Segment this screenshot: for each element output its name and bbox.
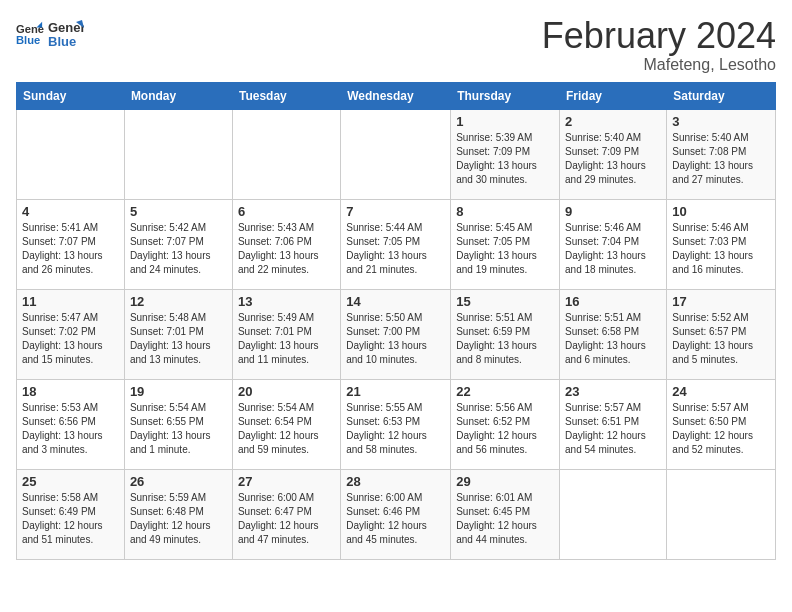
header-friday: Friday (560, 82, 667, 109)
day-detail: Sunrise: 5:45 AM Sunset: 7:05 PM Dayligh… (456, 221, 554, 277)
calendar-cell: 8Sunrise: 5:45 AM Sunset: 7:05 PM Daylig… (451, 199, 560, 289)
day-number: 22 (456, 384, 554, 399)
calendar-cell: 3Sunrise: 5:40 AM Sunset: 7:08 PM Daylig… (667, 109, 776, 199)
day-detail: Sunrise: 5:46 AM Sunset: 7:03 PM Dayligh… (672, 221, 770, 277)
day-number: 6 (238, 204, 335, 219)
calendar-cell: 29Sunrise: 6:01 AM Sunset: 6:45 PM Dayli… (451, 469, 560, 559)
calendar-cell (667, 469, 776, 559)
calendar-cell: 14Sunrise: 5:50 AM Sunset: 7:00 PM Dayli… (341, 289, 451, 379)
calendar-cell (124, 109, 232, 199)
week-row-3: 18Sunrise: 5:53 AM Sunset: 6:56 PM Dayli… (17, 379, 776, 469)
calendar-cell: 15Sunrise: 5:51 AM Sunset: 6:59 PM Dayli… (451, 289, 560, 379)
week-row-4: 25Sunrise: 5:58 AM Sunset: 6:49 PM Dayli… (17, 469, 776, 559)
day-detail: Sunrise: 5:40 AM Sunset: 7:08 PM Dayligh… (672, 131, 770, 187)
week-row-1: 4Sunrise: 5:41 AM Sunset: 7:07 PM Daylig… (17, 199, 776, 289)
day-number: 23 (565, 384, 661, 399)
day-number: 19 (130, 384, 227, 399)
day-number: 13 (238, 294, 335, 309)
day-detail: Sunrise: 5:47 AM Sunset: 7:02 PM Dayligh… (22, 311, 119, 367)
day-number: 28 (346, 474, 445, 489)
calendar-cell: 7Sunrise: 5:44 AM Sunset: 7:05 PM Daylig… (341, 199, 451, 289)
calendar-cell (232, 109, 340, 199)
day-detail: Sunrise: 5:51 AM Sunset: 6:58 PM Dayligh… (565, 311, 661, 367)
calendar-cell: 1Sunrise: 5:39 AM Sunset: 7:09 PM Daylig… (451, 109, 560, 199)
day-number: 12 (130, 294, 227, 309)
day-number: 9 (565, 204, 661, 219)
day-detail: Sunrise: 5:49 AM Sunset: 7:01 PM Dayligh… (238, 311, 335, 367)
calendar-cell: 26Sunrise: 5:59 AM Sunset: 6:48 PM Dayli… (124, 469, 232, 559)
day-number: 16 (565, 294, 661, 309)
day-detail: Sunrise: 5:50 AM Sunset: 7:00 PM Dayligh… (346, 311, 445, 367)
calendar-cell: 22Sunrise: 5:56 AM Sunset: 6:52 PM Dayli… (451, 379, 560, 469)
logo: General Blue General Blue (16, 16, 84, 52)
day-detail: Sunrise: 5:57 AM Sunset: 6:50 PM Dayligh… (672, 401, 770, 457)
calendar-cell: 11Sunrise: 5:47 AM Sunset: 7:02 PM Dayli… (17, 289, 125, 379)
calendar-cell: 13Sunrise: 5:49 AM Sunset: 7:01 PM Dayli… (232, 289, 340, 379)
day-number: 27 (238, 474, 335, 489)
calendar-cell: 4Sunrise: 5:41 AM Sunset: 7:07 PM Daylig… (17, 199, 125, 289)
day-number: 17 (672, 294, 770, 309)
day-detail: Sunrise: 5:56 AM Sunset: 6:52 PM Dayligh… (456, 401, 554, 457)
svg-text:Blue: Blue (48, 34, 76, 49)
day-detail: Sunrise: 5:54 AM Sunset: 6:54 PM Dayligh… (238, 401, 335, 457)
day-number: 20 (238, 384, 335, 399)
day-detail: Sunrise: 6:00 AM Sunset: 6:47 PM Dayligh… (238, 491, 335, 547)
calendar-cell: 9Sunrise: 5:46 AM Sunset: 7:04 PM Daylig… (560, 199, 667, 289)
calendar-cell: 18Sunrise: 5:53 AM Sunset: 6:56 PM Dayli… (17, 379, 125, 469)
svg-text:Blue: Blue (16, 34, 40, 46)
calendar-cell: 27Sunrise: 6:00 AM Sunset: 6:47 PM Dayli… (232, 469, 340, 559)
calendar-cell: 2Sunrise: 5:40 AM Sunset: 7:09 PM Daylig… (560, 109, 667, 199)
day-detail: Sunrise: 5:54 AM Sunset: 6:55 PM Dayligh… (130, 401, 227, 457)
calendar-cell: 16Sunrise: 5:51 AM Sunset: 6:58 PM Dayli… (560, 289, 667, 379)
calendar-cell: 17Sunrise: 5:52 AM Sunset: 6:57 PM Dayli… (667, 289, 776, 379)
day-number: 1 (456, 114, 554, 129)
week-row-0: 1Sunrise: 5:39 AM Sunset: 7:09 PM Daylig… (17, 109, 776, 199)
location-title: Mafeteng, Lesotho (542, 56, 776, 74)
day-detail: Sunrise: 5:44 AM Sunset: 7:05 PM Dayligh… (346, 221, 445, 277)
header-saturday: Saturday (667, 82, 776, 109)
day-number: 14 (346, 294, 445, 309)
day-detail: Sunrise: 5:58 AM Sunset: 6:49 PM Dayligh… (22, 491, 119, 547)
title-area: February 2024 Mafeteng, Lesotho (542, 16, 776, 74)
header: General Blue General Blue February 2024 … (16, 16, 776, 74)
day-number: 5 (130, 204, 227, 219)
calendar-cell (560, 469, 667, 559)
day-number: 29 (456, 474, 554, 489)
header-row: SundayMondayTuesdayWednesdayThursdayFrid… (17, 82, 776, 109)
month-title: February 2024 (542, 16, 776, 56)
day-detail: Sunrise: 5:40 AM Sunset: 7:09 PM Dayligh… (565, 131, 661, 187)
calendar-cell: 21Sunrise: 5:55 AM Sunset: 6:53 PM Dayli… (341, 379, 451, 469)
calendar-cell (341, 109, 451, 199)
day-number: 26 (130, 474, 227, 489)
logo-icon: General Blue (16, 20, 44, 48)
calendar-cell: 10Sunrise: 5:46 AM Sunset: 7:03 PM Dayli… (667, 199, 776, 289)
day-detail: Sunrise: 5:43 AM Sunset: 7:06 PM Dayligh… (238, 221, 335, 277)
day-number: 24 (672, 384, 770, 399)
calendar-cell (17, 109, 125, 199)
day-detail: Sunrise: 6:01 AM Sunset: 6:45 PM Dayligh… (456, 491, 554, 547)
calendar-cell: 23Sunrise: 5:57 AM Sunset: 6:51 PM Dayli… (560, 379, 667, 469)
day-detail: Sunrise: 5:57 AM Sunset: 6:51 PM Dayligh… (565, 401, 661, 457)
calendar-cell: 24Sunrise: 5:57 AM Sunset: 6:50 PM Dayli… (667, 379, 776, 469)
day-detail: Sunrise: 5:42 AM Sunset: 7:07 PM Dayligh… (130, 221, 227, 277)
day-number: 18 (22, 384, 119, 399)
header-wednesday: Wednesday (341, 82, 451, 109)
calendar-cell: 25Sunrise: 5:58 AM Sunset: 6:49 PM Dayli… (17, 469, 125, 559)
calendar-cell: 28Sunrise: 6:00 AM Sunset: 6:46 PM Dayli… (341, 469, 451, 559)
day-number: 11 (22, 294, 119, 309)
day-detail: Sunrise: 5:39 AM Sunset: 7:09 PM Dayligh… (456, 131, 554, 187)
day-detail: Sunrise: 5:48 AM Sunset: 7:01 PM Dayligh… (130, 311, 227, 367)
day-detail: Sunrise: 5:59 AM Sunset: 6:48 PM Dayligh… (130, 491, 227, 547)
day-detail: Sunrise: 5:41 AM Sunset: 7:07 PM Dayligh… (22, 221, 119, 277)
header-sunday: Sunday (17, 82, 125, 109)
day-number: 4 (22, 204, 119, 219)
day-number: 21 (346, 384, 445, 399)
day-number: 8 (456, 204, 554, 219)
logo-svg: General Blue (48, 16, 84, 52)
calendar-cell: 12Sunrise: 5:48 AM Sunset: 7:01 PM Dayli… (124, 289, 232, 379)
day-detail: Sunrise: 5:52 AM Sunset: 6:57 PM Dayligh… (672, 311, 770, 367)
day-detail: Sunrise: 5:53 AM Sunset: 6:56 PM Dayligh… (22, 401, 119, 457)
calendar-cell: 5Sunrise: 5:42 AM Sunset: 7:07 PM Daylig… (124, 199, 232, 289)
header-thursday: Thursday (451, 82, 560, 109)
day-detail: Sunrise: 6:00 AM Sunset: 6:46 PM Dayligh… (346, 491, 445, 547)
